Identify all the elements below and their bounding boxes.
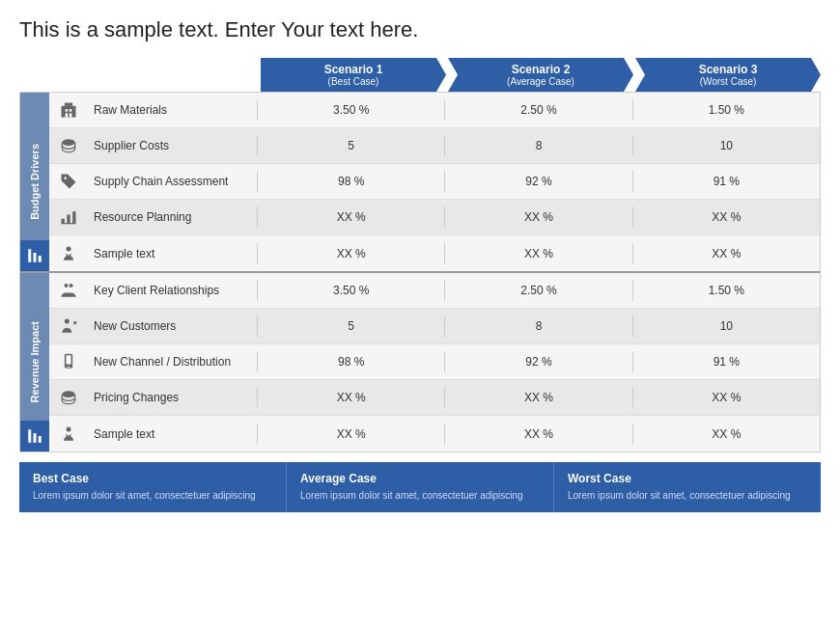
budget-drivers-section: Budget Drivers Raw Materials 3.50 % 2.50… (20, 93, 820, 273)
revenue-impact-section: Revenue Impact Key Client Relationships … (20, 273, 820, 452)
row-s2-3-label: Pricing Changes (88, 387, 257, 408)
row-s2-1-label: New Customers (88, 315, 257, 337)
footer-worst-case-body: Lorem ipsum dolor sit amet, consectetuer… (568, 489, 807, 503)
scenario-3-sub: (Worst Case) (639, 76, 817, 87)
footer-worst-case-title: Worst Case (568, 472, 807, 485)
row-s2-3-v2: XX % (444, 387, 631, 408)
svg-point-10 (64, 177, 67, 179)
row-4-label: Sample text (88, 243, 257, 264)
row-0-v1: 3.50 % (257, 99, 444, 121)
row-s2-3-v3: XX % (632, 387, 820, 408)
scenario-3-header: Scenario 3 (Worst Case) (635, 58, 821, 92)
revenue-impact-rows: Key Client Relationships 3.50 % 2.50 % 1… (49, 273, 820, 452)
table-row: New Channel / Distribution 98 % 92 % 91 … (49, 344, 820, 380)
row-s2-2-v2: 92 % (444, 351, 631, 372)
row-s2-1-v2: 8 (444, 315, 631, 337)
svg-point-22 (69, 284, 72, 288)
row-s2-4-v3: XX % (632, 424, 820, 445)
svg-point-29 (62, 391, 74, 397)
coins2-icon (49, 388, 88, 407)
svg-point-9 (62, 139, 74, 146)
row-3-v1: XX % (257, 206, 444, 228)
row-4-v3: XX % (632, 243, 820, 264)
table-row: Sample text XX % XX % XX % (49, 416, 820, 452)
tag-icon (49, 172, 88, 191)
revenue-impact-icon (20, 421, 49, 452)
row-0-label: Raw Materials (88, 99, 257, 121)
row-1-v1: 5 (257, 135, 444, 156)
svg-rect-1 (34, 253, 37, 262)
row-1-label: Supplier Costs (88, 135, 257, 156)
row-s2-0-v3: 1.50 % (632, 280, 820, 301)
svg-rect-3 (62, 106, 76, 118)
page-container: This is a sample text. Enter Your text h… (0, 0, 840, 630)
scenario-1-name: Scenario 1 (265, 63, 442, 76)
scenario-1-header: Scenario 1 (Best Case) (261, 58, 446, 92)
footer-best-case-title: Best Case (33, 472, 272, 485)
row-s2-2-label: New Channel / Distribution (88, 351, 257, 372)
revenue-impact-label-col: Revenue Impact (20, 273, 49, 452)
chart-icon (49, 207, 88, 227)
footer-average-case-body: Lorem ipsum dolor sit amet, consectetuer… (300, 489, 540, 503)
row-3-v3: XX % (632, 206, 820, 228)
coins-icon (49, 136, 88, 155)
row-s2-1-v3: 10 (632, 315, 820, 337)
svg-rect-28 (67, 355, 71, 364)
row-0-v3: 1.50 % (632, 99, 820, 121)
svg-rect-4 (65, 103, 72, 106)
person3-icon (49, 425, 88, 444)
footer-best-case-body: Lorem ipsum dolor sit amet, consectetuer… (33, 489, 272, 503)
table-row: Pricing Changes XX % XX % XX % (49, 380, 820, 416)
table-row: Supplier Costs 5 8 10 (49, 128, 820, 164)
row-s2-4-v2: XX % (444, 424, 631, 445)
row-3-label: Resource Planning (88, 206, 257, 228)
svg-rect-20 (39, 436, 42, 443)
budget-drivers-rows: Raw Materials 3.50 % 2.50 % 1.50 % Suppl… (49, 93, 820, 271)
footer: Best Case Lorem ipsum dolor sit amet, co… (19, 462, 821, 512)
group-icon (49, 281, 88, 300)
row-s2-0-label: Key Client Relationships (88, 280, 257, 301)
svg-rect-11 (62, 219, 65, 224)
phone-icon (49, 352, 88, 371)
footer-worst-case: Worst Case Lorem ipsum dolor sit amet, c… (554, 462, 821, 512)
row-s2-2-v3: 91 % (632, 351, 820, 372)
row-2-v2: 92 % (444, 171, 631, 192)
table-row: Sample text XX % XX % XX % (49, 235, 820, 271)
svg-rect-2 (39, 256, 42, 262)
scenario-2-name: Scenario 2 (452, 63, 630, 76)
svg-rect-0 (28, 249, 31, 262)
svg-rect-12 (67, 215, 70, 224)
row-s2-4-label: Sample text (88, 424, 257, 445)
row-0-v2: 2.50 % (444, 99, 631, 121)
svg-rect-7 (66, 113, 69, 117)
footer-average-case: Average Case Lorem ipsum dolor sit amet,… (287, 462, 554, 512)
row-s2-1-v1: 5 (257, 315, 444, 337)
svg-point-21 (64, 284, 68, 288)
row-2-v3: 91 % (632, 171, 820, 192)
table-row: Key Client Relationships 3.50 % 2.50 % 1… (49, 273, 820, 309)
building-icon (49, 100, 88, 120)
footer-best-case: Best Case Lorem ipsum dolor sit amet, co… (19, 462, 287, 512)
row-s2-3-v1: XX % (257, 387, 444, 408)
budget-drivers-icon (20, 240, 49, 271)
row-3-v2: XX % (444, 206, 631, 228)
table-row: Raw Materials 3.50 % 2.50 % 1.50 % (49, 93, 820, 128)
scenario-1-sub: (Best Case) (265, 76, 442, 87)
row-2-v1: 98 % (257, 171, 444, 192)
svg-point-15 (67, 246, 71, 251)
page-title: This is a sample text. Enter Your text h… (19, 17, 821, 42)
budget-drivers-label: Budget Drivers (29, 144, 41, 220)
svg-rect-6 (70, 109, 72, 112)
row-4-v2: XX % (444, 243, 631, 264)
row-1-v3: 10 (632, 135, 820, 156)
row-s2-2-v1: 98 % (257, 351, 444, 372)
svg-point-30 (67, 426, 71, 431)
revenue-impact-label: Revenue Impact (29, 321, 41, 402)
svg-rect-8 (70, 113, 72, 117)
row-1-v2: 8 (444, 135, 631, 156)
row-s2-4-v1: XX % (257, 424, 444, 445)
table-row: Resource Planning XX % XX % XX % (49, 200, 820, 235)
svg-rect-5 (66, 109, 69, 112)
table-row: New Customers 5 8 10 (49, 309, 820, 344)
footer-average-case-title: Average Case (300, 472, 540, 485)
